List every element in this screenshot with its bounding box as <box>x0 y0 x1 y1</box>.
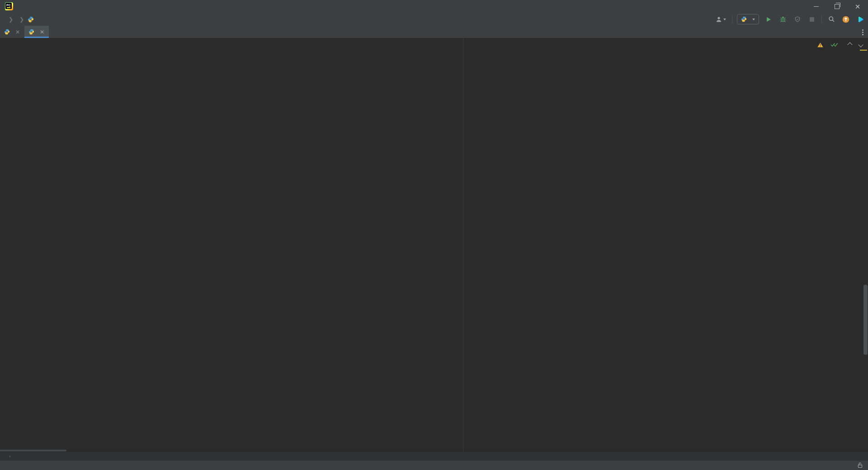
editor-tab-bar: ✕ ✕ <box>0 26 868 38</box>
run-button[interactable] <box>764 14 774 24</box>
play-icon <box>765 16 772 23</box>
user-icon <box>715 16 722 23</box>
previous-problem-icon[interactable] <box>847 42 852 47</box>
run-with-coverage-button[interactable] <box>793 14 802 24</box>
chevron-right-icon: › <box>9 453 11 459</box>
run-configuration-selector[interactable] <box>737 14 759 24</box>
toolbar-divider <box>821 15 822 24</box>
chevron-right-icon: ❯ <box>19 16 24 23</box>
python-file-icon <box>4 29 10 35</box>
pycharm-window: PC ✕ ❯ ❯ <box>0 0 868 470</box>
update-icon <box>842 16 849 23</box>
update-available-button[interactable] <box>841 14 851 24</box>
gradient-play-icon <box>857 16 864 23</box>
debug-button[interactable] <box>778 14 788 24</box>
editor-breadcrumbs-bar: › <box>0 451 868 460</box>
minimize-button[interactable] <box>806 0 826 13</box>
ide-events-button[interactable] <box>855 14 865 24</box>
code-editor[interactable] <box>0 38 868 451</box>
coverage-shield-icon <box>794 16 801 23</box>
minimize-icon <box>814 6 819 7</box>
tab-options-icon[interactable] <box>862 29 863 35</box>
search-icon <box>828 16 835 23</box>
close-button[interactable]: ✕ <box>847 0 868 13</box>
profile-button[interactable] <box>714 14 727 24</box>
vertical-scrollbar-thumb[interactable] <box>863 285 868 355</box>
toolbar-divider <box>732 15 732 24</box>
stop-button[interactable] <box>807 14 817 24</box>
inspections-widget[interactable] <box>817 41 863 49</box>
status-bar <box>0 460 868 470</box>
right-margin-guide <box>463 38 463 451</box>
next-problem-icon[interactable] <box>858 42 863 47</box>
close-icon: ✕ <box>855 3 861 10</box>
pycharm-icon: PC <box>5 2 13 10</box>
chevron-down-icon <box>752 19 755 20</box>
tab-donnees-py[interactable]: ✕ <box>0 26 24 38</box>
maximize-button[interactable] <box>826 0 847 13</box>
warning-icon <box>817 42 823 47</box>
tab-close-icon[interactable]: ✕ <box>15 29 20 35</box>
breadcrumb: ❯ ❯ <box>5 16 37 23</box>
chevron-down-icon <box>723 19 726 20</box>
search-everywhere-button[interactable] <box>826 14 836 24</box>
maximize-icon <box>835 4 840 9</box>
python-file-icon <box>28 29 34 35</box>
lock-icon[interactable] <box>858 462 863 468</box>
bug-icon <box>779 16 787 23</box>
typo-check-icon <box>830 42 838 47</box>
navigation-bar: ❯ ❯ <box>0 13 868 26</box>
stop-icon <box>810 17 814 22</box>
python-file-icon <box>27 16 34 23</box>
title-bar: PC ✕ <box>0 0 868 13</box>
main-toolbar <box>714 13 865 26</box>
chevron-right-icon: ❯ <box>9 16 13 23</box>
warning-stripe-mark[interactable] <box>860 50 867 51</box>
tab-close-icon[interactable]: ✕ <box>40 29 44 35</box>
python-icon <box>741 16 747 22</box>
tab-fonctions-py[interactable]: ✕ <box>24 26 49 38</box>
